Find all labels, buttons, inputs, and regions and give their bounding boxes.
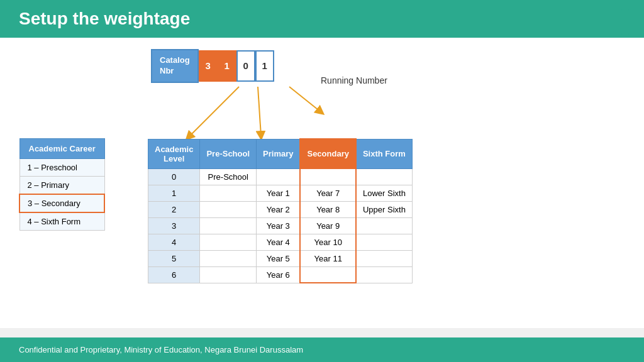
table-row: 2 Year 2 Year 8 Upper Sixth	[148, 201, 413, 217]
page-title: Setup the weightage	[19, 9, 190, 29]
level-header-secondary: Secondary	[300, 139, 355, 168]
catalog-cell-last: 1	[255, 50, 274, 82]
level-cell: 4	[148, 234, 200, 250]
catalog-cell-1: 1	[218, 50, 236, 82]
sixthform-cell	[356, 250, 412, 266]
arrows-svg	[151, 80, 346, 143]
table-row: 2 – Primary	[19, 177, 104, 195]
running-number-label: Running Number	[321, 75, 387, 85]
primary-cell: Year 6	[257, 266, 301, 283]
table-row: 3 Year 3 Year 9	[148, 217, 413, 234]
level-cell: 2	[148, 201, 200, 217]
preschool-cell	[200, 217, 257, 234]
catalog-cell-3: 3	[199, 50, 218, 82]
level-header-primary: Primary	[257, 139, 301, 168]
catalog-cells: 3 1 0 1	[199, 50, 274, 82]
secondary-cell: Year 11	[300, 250, 355, 266]
catalog-cell-0: 0	[236, 50, 255, 82]
preschool-cell	[200, 266, 257, 283]
table-row: 0 Pre-School	[148, 168, 413, 185]
primary-cell: Year 2	[257, 201, 301, 217]
level-cell: 1	[148, 185, 200, 201]
career-table-header: Academic Career	[19, 139, 104, 159]
svg-line-1	[258, 87, 261, 136]
secondary-cell	[300, 168, 355, 185]
primary-cell: Year 3	[257, 217, 301, 234]
sixthform-cell: Lower Sixth	[356, 185, 412, 201]
level-cell: 6	[148, 266, 200, 283]
primary-cell: Year 4	[257, 234, 301, 250]
page-header: Setup the weightage	[0, 0, 644, 38]
table-row: 5 Year 5 Year 11	[148, 250, 413, 266]
primary-cell: Year 1	[257, 185, 301, 201]
accent-bar-1	[609, 3, 616, 41]
career-row-sixthform: 4 – Sixth Form	[19, 212, 104, 231]
career-table: Academic Career 1 – Preschool 2 – Primar…	[19, 138, 105, 231]
table-row: 6 Year 6	[148, 266, 413, 283]
level-header-preschool: Pre-School	[200, 139, 257, 168]
secondary-cell: Year 8	[300, 201, 355, 217]
table-row: 1 Year 1 Year 7 Lower Sixth	[148, 185, 413, 201]
preschool-cell: Pre-School	[200, 168, 257, 185]
table-row: 4 Year 4 Year 10	[148, 234, 413, 250]
preschool-cell	[200, 250, 257, 266]
catalog-label: Catalog Nbr	[151, 49, 199, 83]
career-row-preschool: 1 – Preschool	[19, 159, 104, 177]
catalog-section: Catalog Nbr 3 1 0 1	[151, 49, 274, 83]
level-table: AcademicLevel Pre-School Primary Seconda…	[148, 138, 413, 283]
table-row-highlighted: 3 – Secondary	[19, 194, 104, 212]
sixthform-cell	[356, 266, 412, 283]
page-footer: Confidential and Proprietary, Ministry o…	[0, 337, 644, 362]
level-header-sixthform: Sixth Form	[356, 139, 412, 168]
svg-line-2	[289, 87, 321, 112]
level-header-level: AcademicLevel	[148, 139, 200, 168]
level-cell: 0	[148, 168, 200, 185]
primary-cell	[257, 168, 301, 185]
table-row: 4 – Sixth Form	[19, 212, 104, 231]
table-row: 1 – Preschool	[19, 159, 104, 177]
svg-line-0	[189, 87, 239, 137]
sixthform-cell: Upper Sixth	[356, 201, 412, 217]
career-row-secondary: 3 – Secondary	[19, 194, 104, 212]
preschool-cell	[200, 185, 257, 201]
secondary-cell: Year 9	[300, 217, 355, 234]
secondary-cell: Year 7	[300, 185, 355, 201]
career-row-primary: 2 – Primary	[19, 177, 104, 195]
level-cell: 3	[148, 217, 200, 234]
secondary-cell: Year 10	[300, 234, 355, 250]
footer-text: Confidential and Proprietary, Ministry o…	[19, 345, 303, 354]
preschool-cell	[200, 201, 257, 217]
sixthform-cell	[356, 168, 412, 185]
primary-cell: Year 5	[257, 250, 301, 266]
sixthform-cell	[356, 217, 412, 234]
level-cell: 5	[148, 250, 200, 266]
sixthform-cell	[356, 234, 412, 250]
preschool-cell	[200, 234, 257, 250]
main-content: Catalog Nbr 3 1 0 1 Running Number Acade…	[0, 38, 644, 328]
accent-bar-2	[621, 9, 629, 35]
secondary-cell	[300, 266, 355, 283]
